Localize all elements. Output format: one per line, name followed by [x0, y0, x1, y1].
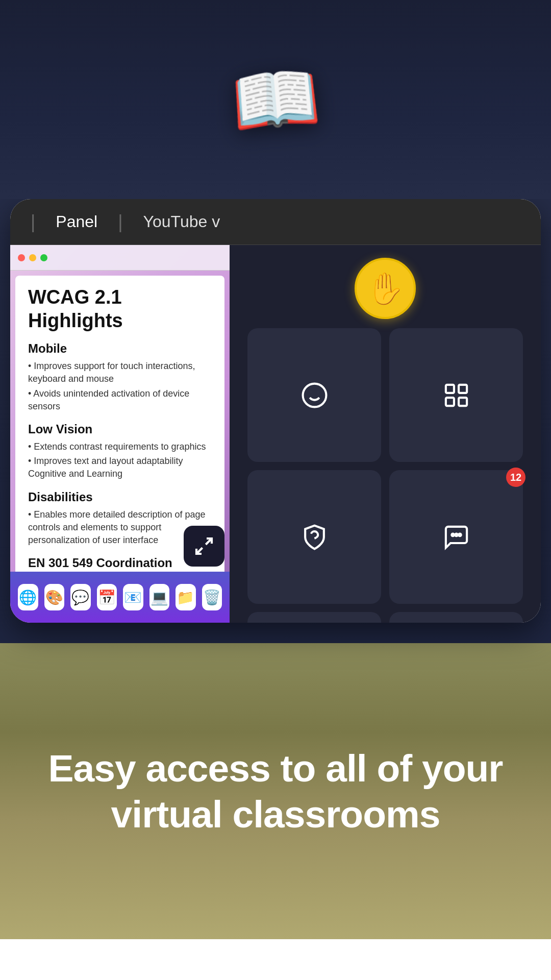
svg-point-12 [459, 533, 461, 536]
dock-finder[interactable]: 📁 [176, 584, 196, 610]
svg-rect-5 [445, 384, 454, 393]
chat-button[interactable]: 12 [389, 470, 523, 604]
group-icon [442, 381, 470, 409]
bottom-headline-line2: virtual classrooms [111, 793, 440, 836]
book-icon: 📖 [228, 54, 324, 145]
doc-title: WCAG 2.1 Highlights [28, 286, 212, 332]
bottom-headline: Easy access to all of your virtual class… [48, 745, 503, 837]
hand-button-container: ✋ [242, 255, 528, 319]
dock-app2[interactable]: 🎨 [44, 584, 65, 610]
dock-app3[interactable]: 💬 [70, 584, 91, 610]
dock-trash[interactable]: 🗑️ [202, 584, 222, 610]
expand-button[interactable] [184, 526, 224, 567]
mac-titlebar [10, 245, 230, 271]
mac-window-controls [18, 254, 47, 261]
expand-icon [194, 536, 214, 556]
question-icon [300, 523, 329, 551]
bottom-section: Easy access to all of your virtual class… [0, 643, 551, 939]
emoji-button[interactable] [247, 328, 381, 462]
right-panel: ✋ [230, 245, 541, 623]
svg-point-11 [455, 533, 458, 536]
group-button[interactable] [389, 328, 523, 462]
card-section: | Panel | YouTube v WCAG 2.1 Highlights … [0, 199, 551, 643]
svg-rect-6 [459, 384, 467, 393]
chat-icon [442, 523, 470, 551]
main-card: | Panel | YouTube v WCAG 2.1 Highlights … [10, 199, 541, 623]
smiley-icon [300, 381, 329, 409]
dock-app5[interactable]: 📧 [123, 584, 143, 610]
svg-point-10 [452, 533, 454, 536]
card-body: WCAG 2.1 Highlights Mobile • Improves su… [10, 245, 541, 623]
more-button[interactable] [247, 612, 381, 623]
tab-bar: | Panel | YouTube v [10, 199, 541, 245]
dock-app4[interactable]: 📅 [97, 584, 117, 610]
mac-dock: 🌐 🎨 💬 📅 📧 💻 📁 🗑️ [10, 572, 230, 623]
chat-badge: 12 [506, 468, 525, 487]
raise-hand-button[interactable]: ✋ [355, 258, 416, 319]
doc-section2-bullet2: • Improves text and layout adaptability … [28, 455, 212, 480]
hand-icon: ✋ [366, 271, 405, 307]
mac-close-dot[interactable] [18, 254, 25, 261]
doc-section3-title: Disabilities [28, 488, 212, 506]
tab-separator-2: | [118, 211, 122, 233]
doc-section1-bullet1: • Improves support for touch interaction… [28, 360, 212, 385]
dock-chrome[interactable]: 🌐 [18, 584, 38, 610]
doc-section1-title: Mobile [28, 339, 212, 358]
doc-section2-bullet1: • Extends contrast requirements to graph… [28, 440, 212, 453]
bottom-headline-line1: Easy access to all of your [48, 747, 503, 790]
tab-separator-1: | [31, 211, 35, 233]
exit-button[interactable] [389, 612, 523, 623]
tab-panel[interactable]: Panel [40, 207, 113, 236]
tab-youtube[interactable]: YouTube v [128, 207, 236, 236]
svg-point-2 [303, 383, 326, 407]
icon-grid: 12 [242, 328, 528, 623]
top-section: 📖 [0, 0, 551, 199]
doc-section1-bullet2: • Avoids unintended activation of device… [28, 387, 212, 413]
mac-screen: WCAG 2.1 Highlights Mobile • Improves su… [10, 245, 230, 623]
doc-section2-title: Low Vision [28, 420, 212, 438]
help-button[interactable] [247, 470, 381, 604]
svg-rect-8 [459, 398, 467, 406]
mac-minimize-dot[interactable] [29, 254, 36, 261]
svg-rect-7 [445, 398, 454, 406]
dock-app6[interactable]: 💻 [149, 584, 170, 610]
mac-maximize-dot[interactable] [40, 254, 47, 261]
